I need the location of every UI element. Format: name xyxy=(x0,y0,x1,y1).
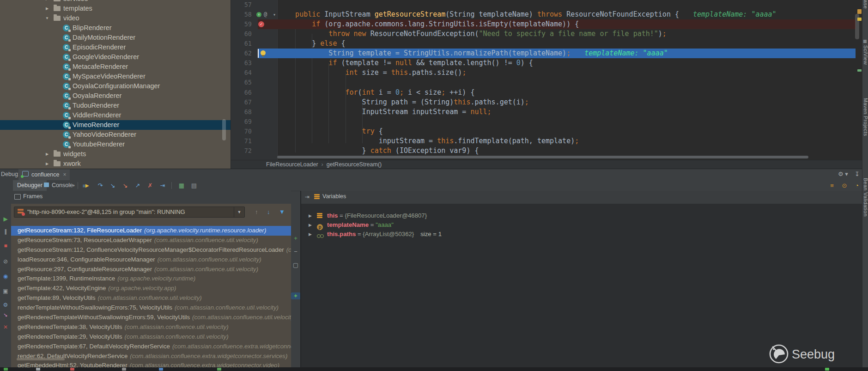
code-line-64[interactable]: 64 int size = this.paths.size(); xyxy=(231,68,862,78)
scroll-to-execution-button[interactable]: ➘ xyxy=(0,312,11,318)
variable-row-this-paths[interactable]: ▶this.paths = {ArrayList@50362}size = 1 xyxy=(301,230,862,239)
tree-item-MySpaceVideoRenderer[interactable]: CMySpaceVideoRenderer xyxy=(0,72,231,81)
line-number[interactable]: 58 xyxy=(231,10,252,19)
frame-row[interactable]: getTemplate:1399, RuntimeInstance(org.ap… xyxy=(11,274,291,284)
chevron-down-icon[interactable]: ▼ xyxy=(234,207,244,217)
frame-row[interactable]: getTemplate:422, VelocityEngine(org.apac… xyxy=(11,284,291,293)
code-line-69[interactable]: 69 xyxy=(231,117,862,127)
gutter-icon-zone[interactable] xyxy=(256,49,278,58)
tree-item-widgets[interactable]: ▶widgets xyxy=(0,149,231,159)
restore-frame-icon[interactable]: ⇥ xyxy=(305,194,310,200)
line-number[interactable]: 68 xyxy=(231,107,252,117)
code-line-62[interactable]: 62 String template = StringUtils.normali… xyxy=(231,49,862,58)
line-number[interactable]: 62 xyxy=(231,49,252,58)
new-watch-button[interactable]: ✦ xyxy=(291,292,300,299)
hide-window-icon[interactable]: ↧ xyxy=(855,170,860,177)
line-number[interactable]: 59 xyxy=(231,19,252,29)
editor-horizontal-scrollbar[interactable] xyxy=(277,156,808,158)
step-out-icon[interactable]: ↗ xyxy=(133,181,143,190)
frame-row[interactable]: getRenderedTemplateWithoutSwallowingErro… xyxy=(11,313,291,322)
tree-item-YoutubeRenderer[interactable]: CYoutubeRenderer xyxy=(0,140,231,149)
drop-frame-icon[interactable]: ✗ xyxy=(145,181,155,190)
line-number[interactable]: 64 xyxy=(231,68,252,78)
gutter-icon-zone[interactable] xyxy=(256,58,278,68)
gutter-icon-zone[interactable] xyxy=(256,29,278,39)
code-line-71[interactable]: 71 inputStream = this.findTemplate(path,… xyxy=(231,136,862,146)
tree-item-ViddlerRenderer[interactable]: CViddlerRenderer xyxy=(0,110,231,120)
frame-row[interactable]: renderTemplateWithoutSwallowingErrors:75… xyxy=(11,303,291,313)
step-over-icon[interactable]: ↷ xyxy=(95,181,105,190)
frame-row[interactable]: loadResource:346, ConfigurableResourceMa… xyxy=(11,255,291,265)
error-stripe-mark[interactable] xyxy=(857,69,862,72)
add-watch-button[interactable]: + xyxy=(291,235,300,242)
settings-button[interactable]: ⚙ xyxy=(0,302,11,308)
thread-dropdown[interactable]: "http-nio-8090-exec-2"@48,125 in group "… xyxy=(14,207,245,218)
line-number[interactable]: 61 xyxy=(231,39,252,49)
debug-session-tab[interactable]: confluence× xyxy=(18,169,70,180)
frame-row[interactable]: getRenderedTemplate:67, DefaultVelocityR… xyxy=(11,342,291,352)
force-step-into-icon[interactable]: ↘ xyxy=(120,181,130,190)
gutter-icon-zone[interactable] xyxy=(256,117,278,127)
remove-watch-button[interactable]: − xyxy=(291,248,300,255)
gutter-icon-zone[interactable] xyxy=(256,107,278,117)
tree-item-YahooVideoRenderer[interactable]: CYahooVideoRenderer xyxy=(0,130,231,140)
implements-method-icon[interactable]: ↑ xyxy=(256,12,261,17)
tree-scrollbar[interactable] xyxy=(222,119,226,140)
tool-stripe-tab-sciview[interactable]: SciView xyxy=(862,45,868,65)
gutter-icon-zone[interactable] xyxy=(256,0,278,10)
frames-scrollbar[interactable] xyxy=(17,358,65,360)
gutter-icon-zone[interactable] xyxy=(256,146,278,156)
frame-up-icon[interactable]: ↑ xyxy=(255,208,258,215)
gutter-icon-zone[interactable] xyxy=(256,136,278,146)
tree-item-MetacafeRenderer[interactable]: CMetacafeRenderer xyxy=(0,62,231,72)
code-line-67[interactable]: 67 String path = (String)this.paths.get(… xyxy=(231,97,862,107)
code-line-70[interactable]: 70 try { xyxy=(231,127,862,136)
tree-item-video[interactable]: ▼video xyxy=(0,13,231,23)
tool-stripe-tab-bean-validation[interactable]: Bean Validation xyxy=(862,178,868,217)
gutter-icon-zone[interactable] xyxy=(256,68,278,78)
code-line-65[interactable]: 65 xyxy=(231,78,862,87)
code-line-59[interactable]: 59✓ if (org.apache.commons.lang.StringUt… xyxy=(231,19,862,29)
tree-item-VimeoRenderer[interactable]: CVimeoRenderer xyxy=(0,120,231,130)
code-line-57[interactable]: 57 xyxy=(231,0,862,10)
code-line-68[interactable]: 68 InputStream inputStream = null; xyxy=(231,107,862,117)
tree-item-GoogleVideoRenderer[interactable]: CGoogleVideoRenderer xyxy=(0,52,231,62)
chevron-right-icon[interactable]: ▶ xyxy=(44,149,50,159)
filter-icon[interactable]: ▼ xyxy=(279,208,285,215)
jump-to-output-icon[interactable]: ⇢ xyxy=(70,182,75,189)
breadcrumb-class[interactable]: FileResourceLoader xyxy=(266,161,318,168)
chevron-right-icon[interactable]: ▶ xyxy=(44,4,50,13)
gutter-icon-zone[interactable]: ↑@▾ xyxy=(256,10,278,19)
expand-arrow-icon[interactable]: ▶ xyxy=(309,211,312,220)
show-execution-point-icon[interactable]: ≡► xyxy=(81,181,91,190)
tool-stripe-tab-maven-projects[interactable]: Maven Projects xyxy=(862,98,868,136)
frame-down-icon[interactable]: ↓ xyxy=(267,208,270,215)
line-number[interactable]: 63 xyxy=(231,58,252,68)
tree-item-OoyalaRenderer[interactable]: COoyalaRenderer xyxy=(0,91,231,101)
breakpoint-icon[interactable]: ✓ xyxy=(258,21,264,27)
tree-item-BlipRenderer[interactable]: CBlipRenderer xyxy=(0,23,231,33)
mute-breakpoints-button[interactable]: ⊘ xyxy=(0,258,11,265)
resume-button[interactable]: ▶ xyxy=(0,216,11,222)
tree-item-xwork[interactable]: ▶xwork xyxy=(0,159,231,169)
gutter-icon-zone[interactable] xyxy=(256,39,278,49)
tree-item-TudouRenderer[interactable]: CTudouRenderer xyxy=(0,101,231,110)
evaluate-expression-icon[interactable]: ▦ xyxy=(176,181,187,190)
tree-item-templates[interactable]: ▶templates xyxy=(0,4,231,13)
code-line-63[interactable]: 63 if (template != null && template.leng… xyxy=(231,58,862,68)
lookup-icon[interactable]: ⊙ xyxy=(839,181,850,190)
pause-button[interactable]: ∥ xyxy=(0,228,11,235)
settings-gear-icon[interactable]: ⚙ ▾ xyxy=(838,170,848,177)
breadcrumb-method[interactable]: getResourceStream() xyxy=(327,161,382,168)
tool-stripe-tab-database[interactable]: Database xyxy=(862,0,868,9)
frame-row[interactable]: getResourceStream:132, FileResourceLoade… xyxy=(11,226,291,236)
line-number[interactable]: 57 xyxy=(231,0,252,10)
frame-row[interactable]: getRenderedTemplate:29, VelocityUtils(co… xyxy=(11,332,291,342)
gutter-icon-zone[interactable]: ✓ xyxy=(256,19,278,29)
error-stripe-mark[interactable] xyxy=(857,18,862,21)
error-stripe-mark[interactable] xyxy=(857,9,862,14)
run-to-cursor-icon[interactable]: ⇥ xyxy=(158,181,168,190)
code-line-66[interactable]: 66 for(int i = 0; i < size; ++i) { xyxy=(231,88,862,97)
tree-item-OoyalaConfigurationManager[interactable]: COoyalaConfigurationManager xyxy=(0,81,231,91)
thread-dump-icon[interactable]: ≡ xyxy=(827,181,837,190)
